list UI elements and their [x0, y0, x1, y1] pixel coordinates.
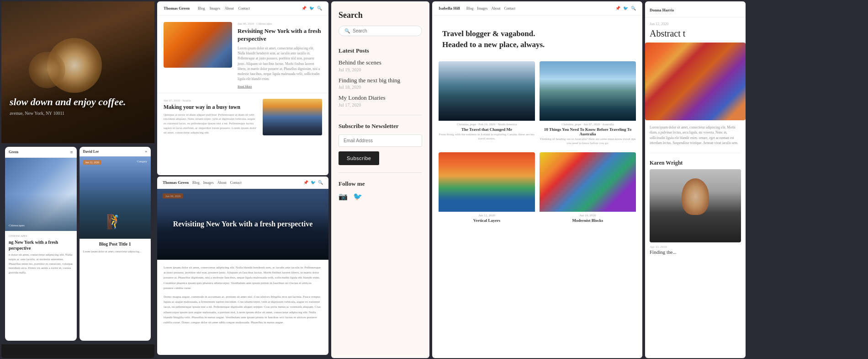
ih-link-about[interactable]: About [491, 6, 500, 11]
search-panel-title: Search [339, 11, 422, 20]
ih-grid: Christina_pope · Feb 19, 2020 · North Am… [432, 61, 642, 153]
ptf-hero-title: Revisiting New York with a fresh perspec… [164, 220, 322, 229]
karen-image [650, 169, 741, 242]
subscribe-button[interactable]: Subscribe [339, 151, 379, 165]
ptf-body-2: Donec magna augue, commodo in accumsan a… [164, 295, 322, 325]
nav-coffee: Home Blog About Contact ◻ 🐦 ◁ [3, 3, 154, 143]
city-skyline-img [164, 22, 232, 68]
ig2-title-0[interactable]: Vertical Layers [439, 218, 535, 223]
karen-post-title[interactable]: Finding the... [650, 249, 741, 255]
mfh-body: Lorem ipsum dolor sit amet, consectetur … [79, 250, 151, 257]
ih-icons: 📌 🐦 🔍 [615, 6, 636, 11]
post-title-0[interactable]: Behind the scenes [339, 59, 422, 66]
instagram-icon[interactable]: 📷 [339, 192, 348, 201]
ptf-icon-search[interactable]: 🔍 [318, 180, 323, 185]
th-links: Blog Images About Contact [198, 6, 250, 11]
mfh-body-text: Lorem ipsum dolor sit amet, consectetur … [83, 250, 148, 253]
mf-hamburger[interactable]: ≡ [70, 150, 73, 155]
dh-logo: Donna Harris [650, 8, 674, 12]
mf-header: Green ≡ [5, 147, 77, 158]
donna-art-image [645, 43, 746, 120]
latest-posts-title: Latest Posts [339, 47, 422, 54]
mf-body: Citiesscapes ng New York with a fresh pe… [5, 231, 77, 279]
ptf-links: Blog Images About Contact [192, 181, 242, 185]
mfh-logo: David Lee [83, 150, 99, 154]
sydney-image [540, 61, 636, 121]
mobile-frame-right: David Lee ≡ Jun 12, 2020 Category Blog P… [79, 147, 151, 341]
search-box[interactable]: 🔍 [339, 26, 422, 36]
ig-title-0[interactable]: The Travel that Changed Me [439, 127, 535, 132]
ih-link-images[interactable]: Images [477, 6, 487, 11]
divider-2 [339, 172, 422, 173]
th-logo: Thomas Green [164, 6, 190, 11]
read-more-1[interactable]: Read More [238, 85, 322, 88]
ig-title-1[interactable]: 10 Things You Need To Know Before Travel… [540, 127, 636, 136]
ig2-title-1[interactable]: Modernist Blocks [540, 218, 636, 223]
post-title-2[interactable]: My London Diaries [339, 94, 422, 102]
article-image-2 [263, 99, 322, 135]
mfh-hero: Jun 12, 2020 Category [79, 156, 151, 239]
layers-image [439, 152, 535, 212]
mobile-frame-left: Green ≡ Citiesscapes Citiesscapes ng New… [5, 147, 77, 341]
ih-link-contact[interactable]: Contact [504, 6, 515, 11]
ih-icon-pin: 📌 [615, 6, 620, 11]
ptf-body-1: Lorem ipsum dolor sit amet, consectetur … [164, 265, 322, 291]
email-input[interactable] [339, 134, 422, 147]
search-input[interactable] [353, 28, 416, 33]
ih-nav: Isabella Hill Blog Images About Contact … [432, 1, 642, 16]
ih-links: Blog Images About Contact [466, 6, 516, 11]
th-link-contact[interactable]: Contact [238, 6, 250, 11]
article-meta-2: Jun 07, 2020 · Seattle [164, 99, 257, 102]
middle-column: Thomas Green Blog Images About Contact 📌… [157, 0, 328, 359]
mountains-image [439, 61, 535, 121]
dh-description: Lorem ipsum dolor sit amet, consectetur … [645, 120, 746, 150]
post-title-1[interactable]: Finding the next big thing [339, 77, 422, 84]
dh-date: Jun 12, 2020 [650, 22, 741, 26]
mf-tag: Citiesscapes [9, 235, 73, 237]
article-row-1: Jun 08, 2020 · Citiesscapes Revisiting N… [157, 16, 328, 93]
ih-icon-twitter: 🐦 [623, 6, 628, 11]
ih-bio-heading: Travel blogger & vagabond.Headed to a ne… [442, 28, 632, 50]
ptf-body: Lorem ipsum dolor sit amet, consectetur … [157, 260, 328, 334]
th-link-blog[interactable]: Blog [198, 6, 205, 11]
article-title-1[interactable]: Revisiting New York with a fresh perspec… [238, 27, 322, 43]
ig-caption-1: Christina_pope · Jun 07, 2020 · Australi… [540, 123, 636, 126]
article-title-2[interactable]: Making your way in a busy town [164, 104, 257, 111]
th-link-about[interactable]: About [225, 6, 234, 11]
ih-bio: Travel blogger & vagabond.Headed to a ne… [432, 16, 642, 61]
karen-name: Karen Wright [650, 160, 741, 166]
th-icon-twitter: 🐦 [309, 6, 314, 11]
ih-link-blog[interactable]: Blog [466, 6, 474, 11]
article-body-2: Quisque at tortor id diam aliquet pulvin… [164, 113, 257, 135]
th-link-images[interactable]: Images [210, 6, 220, 11]
ptf-link-images[interactable]: Images [203, 181, 214, 185]
ih-grid2-item-0: Jun 12, 2020 Vertical Layers [439, 152, 535, 223]
bridge-img [263, 99, 322, 135]
mf-title: ng New York with a fresh perspective [9, 239, 73, 251]
karen-post-date: Apr 12, 2020 [650, 245, 741, 249]
ig2-caption-0: Jun 12, 2020 [439, 214, 535, 217]
ih-grid-2: Jun 12, 2020 Vertical Layers Jun 10, 202… [432, 152, 642, 229]
dh-nav: Donna Harris [645, 1, 746, 17]
ig-caption-0: Christina_pope · Feb 19, 2020 · North Am… [439, 123, 535, 126]
ptf-link-contact[interactable]: Contact [230, 181, 242, 185]
ptf-link-blog[interactable]: Blog [192, 181, 200, 185]
ih-icon-search[interactable]: 🔍 [631, 6, 636, 11]
mfh-header: David Lee ≡ [79, 147, 151, 156]
dh-divider [650, 153, 741, 153]
mfh-date-badge: Jun 12, 2020 [83, 160, 102, 165]
post-item-0: Behind the scenes Jul 19, 2020 [339, 59, 422, 72]
ptf-hero: Jun 08, 2020 Revisiting New York with a … [157, 189, 328, 260]
twitter-icon[interactable]: 🐦 [353, 192, 362, 201]
article-image-1 [164, 22, 232, 68]
mfh-icons: ≡ [145, 150, 147, 154]
th-icon-search[interactable]: 🔍 [317, 6, 322, 11]
th-nav: Thomas Green Blog Images About Contact 📌… [157, 1, 328, 16]
post-item-1: Finding the next big thing Jul 18, 2020 [339, 77, 422, 90]
post-date-1: Jul 18, 2020 [339, 85, 422, 90]
ptf-link-about[interactable]: About [217, 181, 227, 185]
karen-post: Apr 12, 2020 Finding the... [650, 242, 741, 255]
ptf-nav: Thomas Green Blog Images About Contact 📌… [157, 177, 328, 189]
th-icon-pin: 📌 [302, 6, 307, 11]
ih-grid2-item-1: Jun 10, 2020 Modernist Blocks [540, 152, 636, 223]
